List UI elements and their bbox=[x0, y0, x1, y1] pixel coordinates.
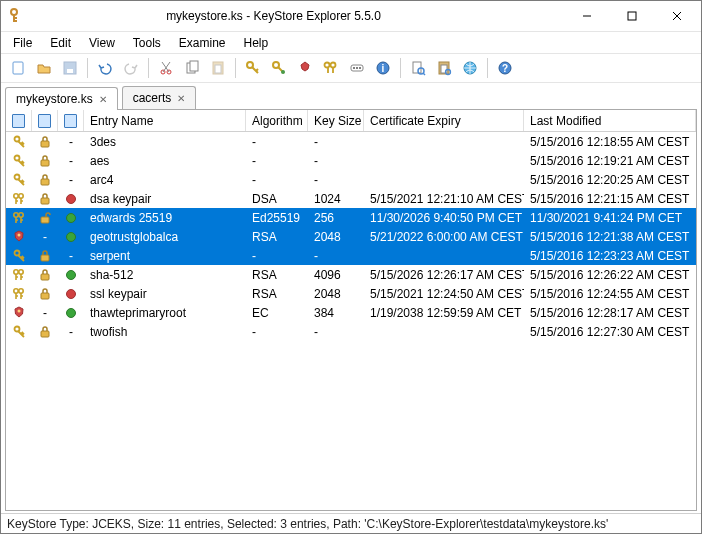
entry-name-cell: serpent bbox=[84, 249, 246, 263]
algorithm-cell: - bbox=[246, 173, 308, 187]
modified-cell: 5/15/2016 12:26:22 AM CEST bbox=[524, 268, 696, 282]
entry-name-cell: geotrustglobalca bbox=[84, 230, 246, 244]
menu-tools[interactable]: Tools bbox=[125, 34, 169, 52]
keysize-cell: - bbox=[308, 325, 364, 339]
entry-type-icon bbox=[6, 154, 32, 168]
help-button[interactable]: ? bbox=[494, 57, 516, 79]
svg-rect-46 bbox=[41, 217, 49, 223]
svg-rect-35 bbox=[41, 141, 49, 147]
keysize-cell: - bbox=[308, 135, 364, 149]
column-algorithm[interactable]: Algorithm bbox=[246, 110, 308, 131]
entry-name-cell: aes bbox=[84, 154, 246, 168]
modified-cell: 5/15/2016 12:18:55 AM CEST bbox=[524, 135, 696, 149]
table-row[interactable]: -arc4--5/15/2016 12:20:25 AM CEST bbox=[6, 170, 696, 189]
table-row[interactable]: -aes--5/15/2016 12:19:21 AM CEST bbox=[6, 151, 696, 170]
paste-button[interactable] bbox=[207, 57, 229, 79]
table-body[interactable]: -3des--5/15/2016 12:18:55 AM CEST-aes--5… bbox=[6, 132, 696, 510]
modified-cell: 5/15/2016 12:27:30 AM CEST bbox=[524, 325, 696, 339]
keysize-cell: - bbox=[308, 173, 364, 187]
import-cert-button[interactable] bbox=[294, 57, 316, 79]
column-type[interactable] bbox=[6, 110, 32, 131]
entry-name-cell: edwards 25519 bbox=[84, 211, 246, 225]
algorithm-cell: - bbox=[246, 249, 308, 263]
tab-mykeystore[interactable]: mykeystore.ks ✕ bbox=[5, 87, 118, 110]
expiry-status-icon: - bbox=[58, 135, 84, 149]
svg-point-40 bbox=[14, 193, 18, 197]
column-last-modified[interactable]: Last Modified bbox=[524, 110, 696, 131]
examine-clipboard-button[interactable] bbox=[433, 57, 455, 79]
keysize-cell: 4096 bbox=[308, 268, 364, 282]
entry-type-icon bbox=[6, 230, 32, 244]
properties-button[interactable]: i bbox=[372, 57, 394, 79]
expiry-status-icon bbox=[58, 193, 84, 205]
menu-help[interactable]: Help bbox=[236, 34, 277, 52]
undo-button[interactable] bbox=[94, 57, 116, 79]
copy-button[interactable] bbox=[181, 57, 203, 79]
algorithm-cell: RSA bbox=[246, 268, 308, 282]
table-row[interactable]: ssl keypairRSA20485/15/2021 12:24:50 AM … bbox=[6, 284, 696, 303]
table-row[interactable]: edwards 25519Ed2551925611/30/2026 9:40:5… bbox=[6, 208, 696, 227]
open-button[interactable] bbox=[33, 57, 55, 79]
svg-point-49 bbox=[67, 232, 76, 241]
svg-rect-63 bbox=[41, 331, 49, 337]
tab-close-icon[interactable]: ✕ bbox=[99, 94, 107, 105]
gen-keypair-button[interactable] bbox=[242, 57, 264, 79]
save-button[interactable] bbox=[59, 57, 81, 79]
menu-edit[interactable]: Edit bbox=[42, 34, 79, 52]
import-keypair-button[interactable] bbox=[320, 57, 342, 79]
expiry-status-icon: - bbox=[58, 249, 84, 263]
type-header-icon bbox=[12, 114, 25, 128]
algorithm-cell: EC bbox=[246, 306, 308, 320]
close-button[interactable] bbox=[654, 2, 699, 30]
redo-button[interactable] bbox=[120, 57, 142, 79]
column-lock[interactable] bbox=[32, 110, 58, 131]
expiry-cell: 5/15/2021 12:21:10 AM CEST bbox=[364, 192, 524, 206]
svg-point-56 bbox=[14, 288, 18, 292]
column-expiry-status[interactable] bbox=[58, 110, 84, 131]
titlebar: mykeystore.ks - KeyStore Explorer 5.5.0 bbox=[1, 1, 701, 31]
tab-close-icon[interactable]: ✕ bbox=[177, 93, 185, 104]
expiry-status-icon: - bbox=[58, 173, 84, 187]
svg-rect-42 bbox=[41, 198, 49, 204]
maximize-button[interactable] bbox=[609, 2, 654, 30]
menu-file[interactable]: File bbox=[5, 34, 40, 52]
examine-ssl-button[interactable] bbox=[459, 57, 481, 79]
minimize-button[interactable] bbox=[564, 2, 609, 30]
algorithm-cell: - bbox=[246, 154, 308, 168]
svg-point-45 bbox=[19, 212, 23, 216]
column-entry-name[interactable]: Entry Name bbox=[84, 110, 246, 131]
entry-type-icon bbox=[6, 325, 32, 339]
table-row[interactable]: dsa keypairDSA10245/15/2021 12:21:10 AM … bbox=[6, 189, 696, 208]
svg-rect-2 bbox=[628, 12, 636, 20]
cut-button[interactable] bbox=[155, 57, 177, 79]
svg-point-41 bbox=[19, 193, 23, 197]
table-row[interactable]: -thawteprimaryrootEC3841/19/2038 12:59:5… bbox=[6, 303, 696, 322]
column-key-size[interactable]: Key Size bbox=[308, 110, 364, 131]
new-button[interactable] bbox=[7, 57, 29, 79]
column-cert-expiry[interactable]: Certificate Expiry bbox=[364, 110, 524, 131]
set-password-button[interactable] bbox=[346, 57, 368, 79]
expiry-cell: 5/15/2021 12:24:50 AM CEST bbox=[364, 287, 524, 301]
svg-rect-54 bbox=[41, 274, 49, 280]
svg-rect-51 bbox=[41, 255, 49, 261]
separator bbox=[235, 58, 236, 78]
table-row[interactable]: sha-512RSA40965/15/2026 12:26:17 AM CEST… bbox=[6, 265, 696, 284]
tab-cacerts[interactable]: cacerts ✕ bbox=[122, 86, 197, 109]
menu-view[interactable]: View bbox=[81, 34, 123, 52]
entry-type-icon bbox=[6, 192, 32, 206]
table-row[interactable]: -geotrustglobalcaRSA20485/21/2022 6:00:0… bbox=[6, 227, 696, 246]
entry-name-cell: dsa keypair bbox=[84, 192, 246, 206]
gen-secretkey-button[interactable] bbox=[268, 57, 290, 79]
expiry-status-icon bbox=[58, 231, 84, 243]
entry-name-cell: 3des bbox=[84, 135, 246, 149]
modified-cell: 5/15/2016 12:23:23 AM CEST bbox=[524, 249, 696, 263]
examine-file-button[interactable] bbox=[407, 57, 429, 79]
table-row[interactable]: -twofish--5/15/2016 12:27:30 AM CEST bbox=[6, 322, 696, 341]
svg-point-53 bbox=[19, 269, 23, 273]
keysize-cell: 2048 bbox=[308, 287, 364, 301]
menu-examine[interactable]: Examine bbox=[171, 34, 234, 52]
modified-cell: 11/30/2021 9:41:24 PM CET bbox=[524, 211, 696, 225]
svg-point-20 bbox=[353, 67, 355, 69]
table-row[interactable]: -serpent--5/15/2016 12:23:23 AM CEST bbox=[6, 246, 696, 265]
table-row[interactable]: -3des--5/15/2016 12:18:55 AM CEST bbox=[6, 132, 696, 151]
